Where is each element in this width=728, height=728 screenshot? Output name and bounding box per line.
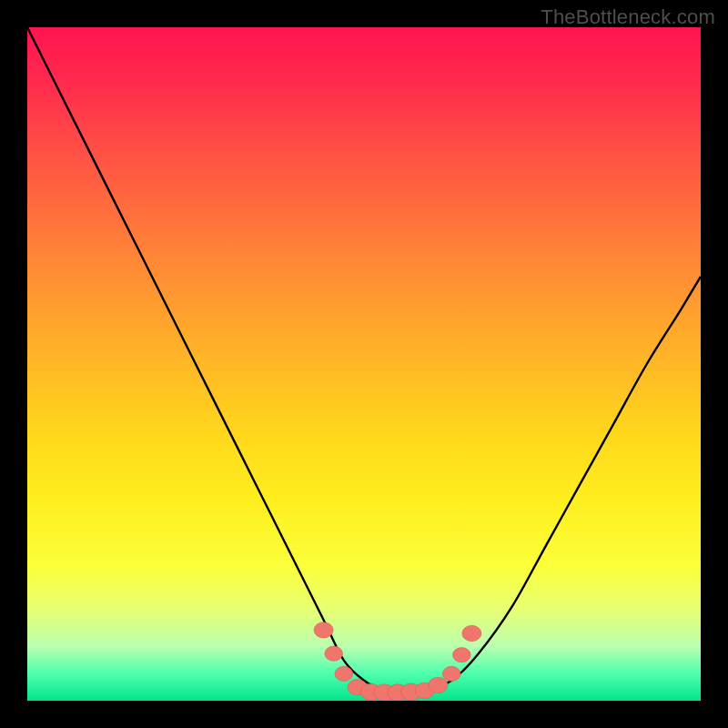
curve-markers	[314, 622, 481, 701]
watermark-text: TheBottleneck.com	[541, 5, 715, 29]
curve-marker	[314, 622, 333, 638]
curve-marker	[442, 666, 460, 681]
curve-marker	[335, 666, 353, 681]
bottleneck-curve-path	[27, 27, 701, 693]
curve-marker	[452, 648, 470, 662]
curve-marker	[429, 677, 448, 693]
curve-marker	[462, 625, 481, 641]
chart-frame: TheBottleneck.com	[0, 0, 728, 728]
chart-plot-area	[27, 27, 701, 701]
curve-marker	[325, 646, 343, 661]
bottleneck-curve-svg	[27, 27, 701, 701]
